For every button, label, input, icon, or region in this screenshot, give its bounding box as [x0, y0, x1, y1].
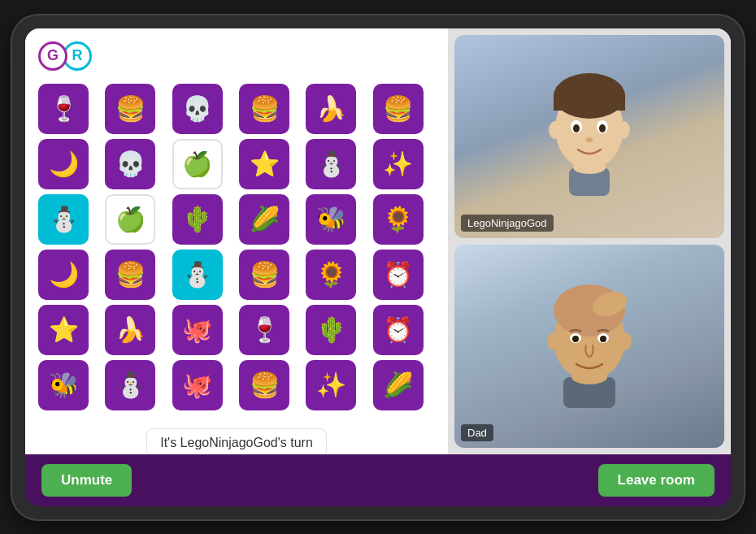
grid-cell-17[interactable]: 🌻	[373, 194, 424, 245]
grid-cell-8[interactable]: 🍏	[172, 139, 223, 189]
unmute-button[interactable]: Unmute	[41, 464, 132, 497]
grid-cell-25[interactable]: 🍌	[105, 305, 155, 355]
grid-cell-31[interactable]: ⛄	[105, 360, 155, 410]
grid-cell-23[interactable]: ⏰	[373, 250, 424, 300]
svg-point-7	[586, 137, 593, 142]
bottom-bar: Unmute Leave room	[25, 454, 731, 506]
grid-cell-34[interactable]: ✨	[306, 360, 356, 410]
grid-cell-7[interactable]: 💀	[105, 139, 155, 189]
grid-cell-1[interactable]: 🍔	[105, 84, 155, 134]
dad-face-svg	[541, 281, 638, 411]
video-dad	[454, 245, 724, 448]
video-label-kid: LegoNinjagoGod	[461, 215, 554, 232]
grid-cell-22[interactable]: 🌻	[306, 250, 356, 300]
video-label-dad: Dad	[461, 424, 493, 441]
svg-point-8	[549, 121, 562, 139]
svg-point-9	[617, 121, 630, 139]
tablet-frame: G R 🍷🍔💀🍔🍌🍔🌙💀🍏⭐⛄✨⛄🍏🌵🌽🐝🌻🌙🍔⛄🍔🌻⏰⭐🍌🐙🍷🌵⏰🐝⛄🐙🍔✨🌽…	[12, 15, 744, 519]
svg-rect-2	[554, 94, 625, 111]
svg-point-17	[600, 336, 606, 342]
right-panel: LegoNinjagoGod	[448, 28, 731, 454]
grid-cell-21[interactable]: 🍔	[239, 250, 289, 300]
grid-cell-4[interactable]: 🍌	[306, 84, 356, 134]
grid-cell-29[interactable]: ⏰	[373, 305, 424, 355]
grid-cell-5[interactable]: 🍔	[373, 84, 424, 134]
svg-point-6	[599, 124, 606, 132]
grid-cell-18[interactable]: 🌙	[38, 250, 89, 300]
grid-cell-30[interactable]: 🐝	[38, 360, 89, 410]
svg-point-19	[547, 332, 560, 350]
logo: G R	[38, 41, 435, 71]
turn-row: It's LegoNinjagoGod's turn	[38, 419, 435, 454]
grid-cell-0[interactable]: 🍷	[38, 84, 89, 134]
grid-cell-26[interactable]: 🐙	[172, 305, 223, 355]
grid-cell-16[interactable]: 🐝	[306, 194, 356, 245]
grid-cell-35[interactable]: 🌽	[373, 360, 424, 410]
svg-point-16	[572, 336, 579, 342]
grid-cell-24[interactable]: ⭐	[38, 305, 89, 355]
grid-cell-32[interactable]: 🐙	[172, 360, 223, 410]
kid-face-svg	[541, 72, 638, 202]
svg-point-22	[571, 370, 607, 384]
grid-cell-15[interactable]: 🌽	[239, 194, 289, 245]
grid-cell-28[interactable]: 🌵	[306, 305, 356, 355]
grid-cell-9[interactable]: ⭐	[239, 139, 289, 189]
turn-message: It's LegoNinjagoGod's turn	[146, 428, 327, 454]
grid-cell-27[interactable]: 🍷	[239, 305, 289, 355]
main-content: G R 🍷🍔💀🍔🍌🍔🌙💀🍏⭐⛄✨⛄🍏🌵🌽🐝🌻🌙🍔⛄🍔🌻⏰⭐🍌🐙🍷🌵⏰🐝⛄🐙🍔✨🌽…	[25, 28, 731, 454]
grid-cell-20[interactable]: ⛄	[172, 250, 223, 300]
grid-cell-13[interactable]: 🍏	[105, 194, 155, 245]
video-container-kid: LegoNinjagoGod	[454, 35, 724, 238]
svg-point-5	[573, 124, 580, 132]
grid-cell-19[interactable]: 🍔	[105, 250, 155, 300]
grid-cell-2[interactable]: 💀	[172, 84, 223, 134]
svg-point-11	[573, 161, 606, 174]
video-container-dad: Dad	[454, 245, 724, 448]
grid-cell-10[interactable]: ⛄	[306, 139, 356, 189]
grid-cell-12[interactable]: ⛄	[38, 194, 89, 245]
grid-cell-11[interactable]: ✨	[373, 139, 424, 189]
grid-cell-3[interactable]: 🍔	[239, 84, 289, 134]
svg-point-20	[619, 332, 632, 350]
video-kid	[454, 35, 724, 238]
grid-cell-6[interactable]: 🌙	[38, 139, 89, 189]
grid-cell-14[interactable]: 🌵	[172, 194, 223, 245]
left-panel: G R 🍷🍔💀🍔🍌🍔🌙💀🍏⭐⛄✨⛄🍏🌵🌽🐝🌻🌙🍔⛄🍔🌻⏰⭐🍌🐙🍷🌵⏰🐝⛄🐙🍔✨🌽…	[25, 28, 448, 454]
logo-g: G	[38, 41, 67, 71]
game-grid: 🍷🍔💀🍔🍌🍔🌙💀🍏⭐⛄✨⛄🍏🌵🌽🐝🌻🌙🍔⛄🍔🌻⏰⭐🍌🐙🍷🌵⏰🐝⛄🐙🍔✨🌽	[38, 84, 435, 410]
leave-room-button[interactable]: Leave room	[598, 464, 715, 497]
grid-cell-33[interactable]: 🍔	[239, 360, 289, 410]
